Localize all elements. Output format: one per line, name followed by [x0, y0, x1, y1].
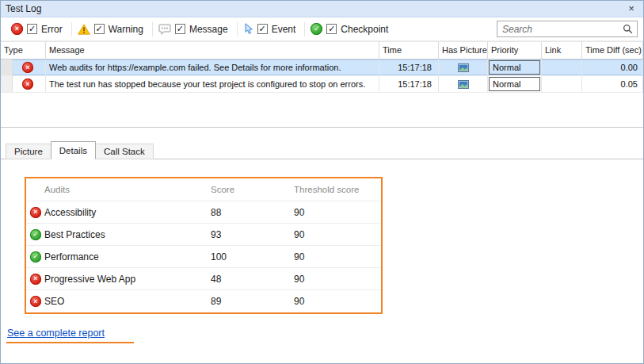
column-header-link[interactable]: Link: [542, 42, 582, 59]
audit-name: Progressive Web App: [44, 274, 211, 285]
audit-threshold: 90: [294, 296, 381, 307]
test-log-panel: Test Log × × ✓ Error ✓ Warning: [0, 0, 644, 364]
priority-value[interactable]: Normal: [489, 60, 540, 75]
has-picture-cell: [439, 76, 488, 92]
search-input[interactable]: [502, 24, 623, 35]
panel-title: Test Log: [6, 3, 41, 14]
toolbar-separator: [152, 22, 153, 36]
audit-name: SEO: [44, 296, 211, 307]
column-header-message[interactable]: Message: [46, 42, 379, 59]
audit-threshold: 90: [294, 251, 381, 262]
filter-label-checkpoint: Checkpoint: [341, 24, 388, 35]
picture-icon[interactable]: [458, 80, 469, 89]
fail-icon: ×: [30, 207, 41, 218]
report-link[interactable]: See a complete report: [7, 328, 105, 339]
tab-call-stack[interactable]: Call Stack: [95, 144, 154, 159]
log-table-header: Type Message Time Has Picture Priority L…: [1, 42, 643, 59]
filter-label-message: Message: [189, 24, 228, 35]
audit-name: Performance: [44, 251, 211, 262]
audit-score: 93: [211, 229, 294, 240]
priority-cell[interactable]: Normal: [488, 76, 542, 92]
audits-column-score: Score: [211, 185, 294, 194]
audit-score: 48: [211, 274, 294, 285]
audits-column-threshold: Threshold score: [294, 185, 381, 194]
search-box: [497, 21, 638, 37]
audit-row: ✓ Best Practices 93 90: [26, 224, 381, 246]
message-cell: Web audits for https://example.com faile…: [46, 59, 379, 75]
log-grid: Type Message Time Has Picture Priority L…: [1, 41, 643, 128]
filter-error: × ✓ Error: [7, 23, 70, 35]
warning-icon: [78, 24, 90, 35]
audit-threshold: 90: [294, 207, 381, 218]
audits-table: Audits Score Threshold score × Accessibi…: [25, 177, 383, 314]
audit-row: × Accessibility 88 90: [26, 201, 381, 224]
audit-name: Accessibility: [44, 207, 211, 218]
annotation-underline: [6, 342, 134, 343]
message-icon: [158, 24, 171, 35]
filter-warning: ✓ Warning: [74, 24, 151, 35]
row-indicator: [1, 76, 13, 92]
titlebar: Test Log ×: [1, 1, 643, 17]
has-picture-cell: [439, 59, 488, 75]
event-icon: [243, 23, 253, 35]
column-header-type[interactable]: Type: [1, 42, 46, 59]
details-panel: Audits Score Threshold score × Accessibi…: [1, 159, 643, 363]
picture-icon[interactable]: [458, 63, 469, 72]
audit-threshold: 90: [294, 229, 381, 240]
time-diff-cell: 0.05: [582, 76, 643, 92]
time-cell: 15:17:18: [379, 76, 439, 92]
type-cell: ×: [1, 59, 46, 75]
audits-column-audits: Audits: [44, 185, 211, 194]
time-diff-cell: 0.00: [582, 59, 643, 75]
type-cell: ×: [1, 76, 46, 92]
event-checkbox[interactable]: ✓: [257, 24, 268, 34]
audit-threshold: 90: [294, 274, 381, 285]
audit-score: 89: [211, 296, 294, 307]
link-cell: [542, 76, 582, 92]
filter-checkpoint: ✓ ✓ Checkpoint: [307, 23, 395, 35]
audit-row: × Progressive Web App 48 90: [26, 268, 381, 290]
log-row[interactable]: × Web audits for https://example.com fai…: [1, 59, 643, 76]
pass-icon: ✓: [30, 229, 41, 240]
link-cell: [542, 59, 582, 75]
filter-event: ✓ Event: [239, 23, 303, 35]
pass-icon: ✓: [30, 251, 41, 262]
row-indicator: [1, 59, 13, 75]
tab-picture[interactable]: Picture: [6, 144, 51, 159]
toolbar-separator: [71, 22, 72, 36]
audit-row: × SEO 89 90: [26, 290, 381, 312]
column-header-priority[interactable]: Priority: [488, 42, 542, 59]
filter-message: ✓ Message: [154, 24, 235, 35]
error-icon: ×: [11, 23, 23, 35]
filter-toolbar: × ✓ Error ✓ Warning: [1, 17, 643, 41]
warning-checkbox[interactable]: ✓: [94, 24, 105, 34]
close-icon[interactable]: ×: [624, 2, 638, 15]
filter-label-error: Error: [41, 24, 63, 35]
message-checkbox[interactable]: ✓: [175, 24, 185, 34]
column-header-has-picture[interactable]: Has Picture: [439, 42, 488, 59]
search-icon[interactable]: [623, 24, 633, 34]
audit-row: ✓ Performance 100 90: [26, 246, 381, 268]
time-cell: 15:17:18: [379, 59, 439, 75]
detail-tabs: Picture Details Call Stack: [6, 141, 153, 159]
log-row[interactable]: × The test run has stopped because your …: [1, 76, 643, 93]
priority-value[interactable]: Normal: [489, 77, 540, 91]
checkpoint-checkbox[interactable]: ✓: [326, 24, 337, 34]
audit-score: 100: [211, 251, 294, 262]
column-header-time-diff[interactable]: Time Diff (sec): [582, 42, 643, 59]
checkpoint-icon: ✓: [311, 23, 322, 35]
message-cell: The test run has stopped because your te…: [46, 76, 379, 92]
toolbar-separator: [237, 22, 238, 36]
error-icon: ×: [22, 79, 33, 90]
audit-name: Best Practices: [44, 229, 211, 240]
error-checkbox[interactable]: ✓: [27, 24, 37, 34]
filter-label-event: Event: [272, 24, 296, 35]
column-header-time[interactable]: Time: [379, 42, 439, 59]
fail-icon: ×: [30, 296, 41, 307]
audits-table-header: Audits Score Threshold score: [26, 178, 381, 201]
fail-icon: ×: [30, 274, 41, 285]
toolbar-separator: [304, 22, 305, 36]
tab-details[interactable]: Details: [51, 141, 96, 159]
error-icon: ×: [22, 62, 33, 73]
priority-cell[interactable]: Normal: [488, 59, 542, 75]
